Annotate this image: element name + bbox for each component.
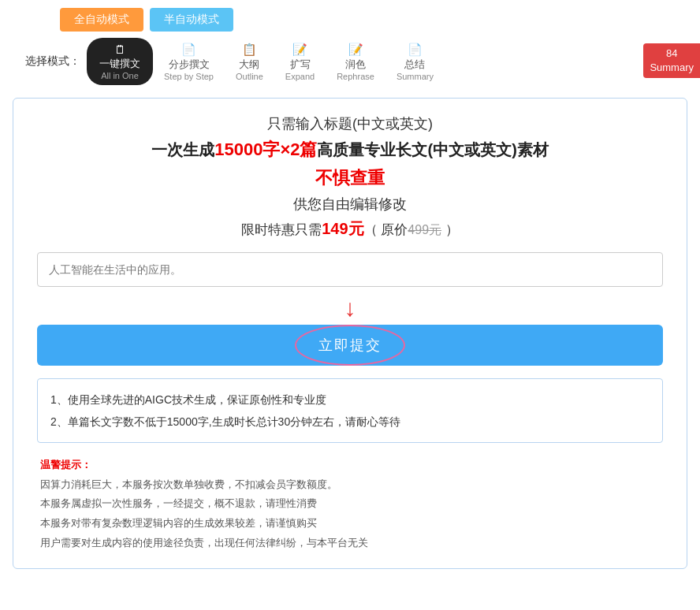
mode-row: 选择模式： 🗒 一键撰文 All in One 📄 分步撰文 Step by S…: [13, 38, 687, 91]
headline2-pre: 一次生成: [151, 141, 214, 158]
tab-icon-step: 📄: [181, 43, 196, 57]
badge-label: Summary: [650, 61, 694, 75]
tab-icon-allinone: 🗒: [114, 43, 126, 56]
tab-rephrase[interactable]: 📝 润色 Rephrase: [326, 39, 385, 85]
tab-sub-step: Step by Step: [164, 72, 214, 81]
semi-auto-button[interactable]: 半自动模式: [150, 8, 233, 32]
tab-label-rephrase: 润色: [345, 58, 366, 72]
tab-summary[interactable]: 📄 总结 Summary: [385, 39, 445, 85]
info-box: 1、使用全球先进的AIGC技术生成，保证原创性和专业度 2、单篇长文字数不低于1…: [37, 378, 663, 443]
mode-row-label: 选择模式：: [25, 54, 80, 69]
warning-line-3: 本服务对带有复杂数理逻辑内容的生成效果较差，请谨慎购买: [40, 514, 660, 534]
warning-line-4: 用户需要对生成内容的使用途径负责，出现任何法律纠纷，与本平台无关: [40, 534, 660, 553]
submit-btn-wrap: 立即提交: [37, 325, 663, 366]
tab-icon-expand: 📝: [292, 43, 307, 57]
headline2: 一次生成15000字×2篇高质量专业长文(中文或英文)素材: [37, 138, 663, 162]
submit-button[interactable]: 立即提交: [37, 325, 663, 366]
tab-expand[interactable]: 📝 扩写 Expand: [274, 39, 326, 85]
warning-line-1: 因算力消耗巨大，本服务按次数单独收费，不扣减会员字数额度。: [40, 475, 660, 495]
price-mid: （ 原价: [364, 222, 408, 237]
full-auto-button[interactable]: 全自动模式: [60, 8, 143, 32]
tab-label-expand: 扩写: [290, 58, 311, 72]
price-pre: 限时特惠只需: [241, 222, 322, 237]
tab-icon-outline: 📋: [242, 43, 257, 57]
info-line-1: 1、使用全球先进的AIGC技术生成，保证原创性和专业度: [50, 389, 650, 411]
warning-line-2: 本服务属虚拟一次性服务，一经提交，概不退款，请理性消费: [40, 494, 660, 514]
tab-label-outline: 大纲: [239, 58, 259, 72]
main-card: 只需输入标题(中文或英文) 一次生成15000字×2篇高质量专业长文(中文或英文…: [13, 98, 687, 569]
tab-sub-summary: Summary: [397, 72, 434, 81]
tab-sub-expand: Expand: [285, 72, 315, 81]
warning-section: 温警提示： 因算力消耗巨大，本服务按次数单独收费，不扣减会员字数额度。 本服务属…: [37, 456, 663, 552]
price-original: 499元: [408, 223, 441, 236]
tab-outline[interactable]: 📋 大纲 Outline: [225, 39, 274, 85]
headline2-post: 高质量专业长文(中文或英文)素材: [317, 141, 548, 158]
info-line-2: 2、单篇长文字数不低于15000字,生成时长总计30分钟左右，请耐心等待: [50, 411, 650, 433]
tab-icon-rephrase: 📝: [348, 43, 363, 57]
tab-sub-allinone: All in One: [101, 71, 139, 80]
price-end: ）: [441, 222, 459, 237]
tab-label-step: 分步撰文: [169, 58, 210, 72]
sub-headline: 供您自由编辑修改: [37, 195, 663, 214]
summary-badge: 84 Summary: [643, 43, 700, 78]
badge-number: 84: [666, 46, 677, 61]
headline2-highlight: 15000字×2篇: [214, 139, 317, 159]
tab-sub-rephrase: Rephrase: [337, 72, 374, 81]
tab-icon-summary: 📄: [408, 43, 423, 57]
arrow-down-icon: ↓: [37, 296, 663, 320]
price-line: 限时特惠只需149元（ 原价499元 ）: [37, 218, 663, 240]
auto-mode-buttons: 全自动模式 半自动模式: [60, 8, 687, 32]
headline1: 只需输入标题(中文或英文): [37, 114, 663, 133]
mode-tabs: 🗒 一键撰文 All in One 📄 分步撰文 Step by Step 📋 …: [87, 38, 445, 85]
tab-step-by-step[interactable]: 📄 分步撰文 Step by Step: [153, 39, 225, 85]
tab-label-allinone: 一键撰文: [99, 57, 140, 71]
price-special: 149元: [322, 220, 363, 237]
no-check: 不惧查重: [37, 166, 663, 190]
tab-all-in-one[interactable]: 🗒 一键撰文 All in One: [87, 38, 153, 85]
warning-title: 温警提示：: [40, 459, 91, 471]
top-mode-section: 全自动模式 半自动模式 选择模式： 🗒 一键撰文 All in One 📄 分步…: [0, 0, 700, 91]
title-input[interactable]: [37, 252, 663, 287]
tab-sub-outline: Outline: [236, 72, 263, 81]
tab-label-summary: 总结: [404, 58, 425, 72]
